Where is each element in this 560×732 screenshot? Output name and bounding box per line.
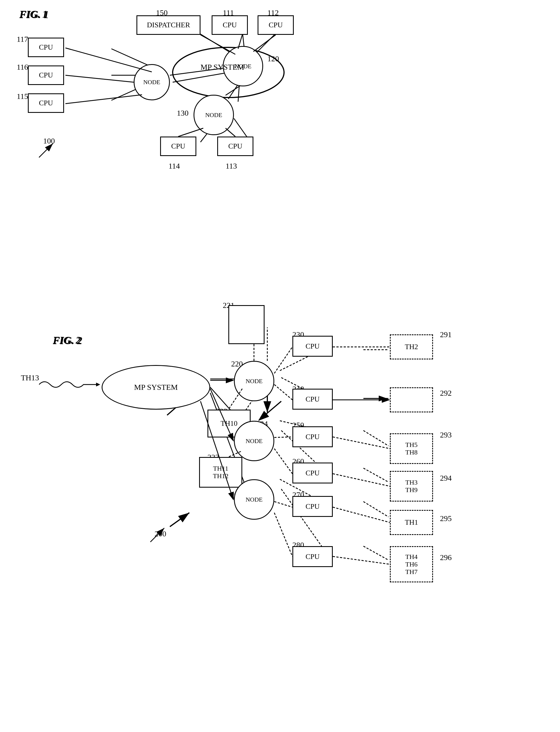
- node140-ellipse: NODE: [134, 64, 170, 100]
- svg-line-24: [363, 431, 388, 446]
- svg-line-28: [363, 502, 388, 517]
- svg-line-60: [65, 48, 152, 72]
- cpu113-box: CPU: [217, 136, 253, 156]
- fig2-connections: [0, 0, 560, 732]
- cpu114-box: CPU: [160, 136, 196, 156]
- mp-system-label-fig1: MP SYSTEM: [200, 63, 244, 72]
- label-113: 113: [226, 162, 237, 170]
- node225-ellipse: NODE: [234, 479, 274, 520]
- th3-th9-box: TH3 TH9: [390, 471, 433, 502]
- svg-line-50: [274, 502, 292, 507]
- cpu117-box: CPU: [28, 38, 64, 57]
- th5-th8-box: TH5 TH8: [390, 433, 433, 464]
- label-114: 114: [168, 162, 180, 170]
- th13-label: TH13: [21, 374, 39, 382]
- node110-ellipse: NODE: [194, 95, 234, 135]
- th11-th12-box: TH11 TH12: [199, 457, 242, 488]
- dispatcher-box: DISPATCHER: [136, 15, 200, 35]
- box292: [390, 387, 433, 413]
- cpu115-box: CPU: [28, 93, 64, 113]
- box221: [228, 305, 265, 344]
- fig1-connections: [0, 0, 560, 279]
- svg-line-61: [65, 75, 134, 82]
- svg-line-48: [274, 437, 292, 438]
- svg-line-38: [150, 528, 164, 542]
- svg-line-51: [274, 513, 292, 557]
- th1-box: TH1: [390, 510, 433, 535]
- fig1-arrow: [36, 138, 58, 160]
- cpu240-box: CPU: [292, 389, 333, 410]
- label-120: 120: [267, 54, 279, 63]
- cpu250-box: CPU: [292, 426, 333, 447]
- svg-line-54: [333, 437, 390, 449]
- svg-marker-35: [96, 383, 100, 387]
- svg-line-58: [259, 401, 281, 420]
- fig1-title-text: FIG. 1: [19, 8, 49, 21]
- svg-line-46: [274, 385, 292, 400]
- svg-line-55: [333, 474, 390, 486]
- label-291: 291: [440, 330, 452, 339]
- svg-line-49: [274, 449, 292, 474]
- svg-line-5: [111, 49, 152, 67]
- cpu230-box: CPU: [292, 336, 333, 357]
- cpu116-box: CPU: [28, 65, 64, 85]
- mp-system-fig2: MP SYSTEM: [102, 365, 210, 410]
- label-292: 292: [440, 389, 452, 398]
- th2-box: TH2: [390, 334, 433, 359]
- label-293: 293: [440, 431, 452, 440]
- svg-line-65: [253, 35, 276, 52]
- svg-line-29: [363, 546, 388, 560]
- label-117: 117: [17, 35, 28, 44]
- label-116: 116: [17, 63, 28, 72]
- svg-line-57: [333, 557, 390, 564]
- label-296: 296: [440, 553, 452, 562]
- th13-wavy-arrow: [39, 378, 103, 392]
- svg-line-4: [173, 72, 228, 82]
- fig2-arrow: [148, 523, 170, 545]
- cpu112-box: CPU: [258, 15, 294, 35]
- cpu270-box: CPU: [292, 496, 333, 517]
- svg-line-45: [274, 347, 292, 374]
- cpu111-box: CPU: [212, 15, 248, 35]
- cpu280-box: CPU: [292, 546, 333, 567]
- node224-ellipse: NODE: [234, 421, 274, 461]
- fig2-title-text: FIG. 2: [53, 334, 82, 346]
- diagram-container: FIG. 1 150 111 112 DISPATCHER CPU CPU 11…: [0, 0, 560, 732]
- label-294: 294: [440, 474, 452, 483]
- cpu260-box: CPU: [292, 463, 333, 484]
- svg-line-62: [65, 95, 142, 104]
- label-130: 130: [177, 109, 189, 118]
- svg-line-56: [333, 507, 390, 523]
- th4-th6-th7-box: TH4 TH6 TH7: [390, 546, 433, 582]
- svg-line-34: [170, 513, 189, 527]
- node220-ellipse: NODE: [234, 361, 274, 401]
- label-115: 115: [17, 92, 28, 101]
- svg-line-25: [363, 468, 388, 482]
- label-295: 295: [440, 514, 452, 523]
- lines-svg: [0, 0, 560, 732]
- svg-line-68: [226, 86, 240, 95]
- svg-line-36: [39, 143, 53, 157]
